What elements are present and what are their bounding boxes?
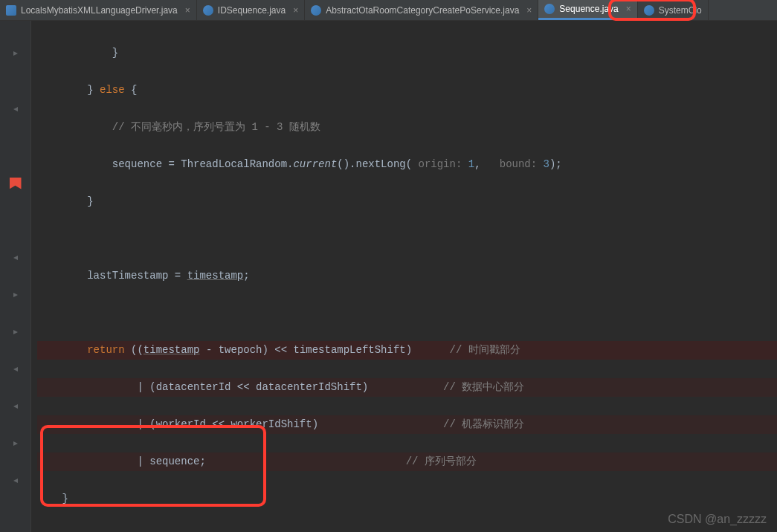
tab-label: LocalsMybatisXMLLanguageDriver.java bbox=[21, 5, 178, 16]
tab-locals-mybatis[interactable]: LocalsMybatisXMLLanguageDriver.java × bbox=[0, 0, 197, 20]
fold-indicator-icon[interactable] bbox=[0, 434, 30, 452]
close-icon[interactable]: × bbox=[182, 5, 190, 16]
bookmark-icon[interactable] bbox=[0, 174, 30, 192]
tab-label: Sequence.java bbox=[559, 4, 618, 14]
tab-sequence[interactable]: Sequence.java × bbox=[538, 0, 637, 20]
tab-systemclock[interactable]: SystemClo bbox=[638, 0, 709, 20]
fold-indicator-icon[interactable] bbox=[0, 100, 30, 118]
tab-label: SystemClo bbox=[659, 5, 702, 16]
tab-label: IDSequence.java bbox=[218, 5, 286, 16]
tab-idsequence[interactable]: IDSequence.java × bbox=[197, 0, 305, 20]
java-file-icon bbox=[6, 5, 16, 16]
gutter bbox=[0, 21, 31, 532]
fold-indicator-icon[interactable] bbox=[0, 397, 30, 415]
class-file-icon bbox=[544, 4, 555, 14]
editor-tabs: LocalsMybatisXMLLanguageDriver.java × ID… bbox=[0, 0, 777, 21]
editor-area: } } else { // 不同毫秒内，序列号置为 1 - 3 随机数 sequ… bbox=[0, 21, 777, 532]
tab-abstract-ota[interactable]: AbstractOtaRoomCategoryCreatePoService.j… bbox=[305, 0, 538, 20]
fold-indicator-icon[interactable] bbox=[0, 360, 30, 378]
fold-indicator-icon[interactable] bbox=[0, 471, 30, 490]
class-file-icon bbox=[311, 5, 321, 16]
code-content[interactable]: } } else { // 不同毫秒内，序列号置为 1 - 3 随机数 sequ… bbox=[31, 21, 777, 532]
class-file-icon bbox=[203, 5, 213, 16]
close-icon[interactable]: × bbox=[623, 4, 631, 14]
fold-indicator-icon[interactable] bbox=[0, 248, 30, 267]
close-icon[interactable]: × bbox=[290, 5, 298, 16]
watermark: CSDN @an_zzzzz bbox=[668, 513, 767, 526]
class-file-icon bbox=[644, 5, 654, 16]
fold-indicator-icon[interactable] bbox=[0, 322, 30, 341]
close-icon[interactable]: × bbox=[523, 5, 532, 16]
fold-indicator-icon[interactable] bbox=[0, 285, 30, 304]
tab-label: AbstractOtaRoomCategoryCreatePoService.j… bbox=[326, 5, 519, 16]
fold-indicator-icon[interactable] bbox=[0, 44, 30, 62]
